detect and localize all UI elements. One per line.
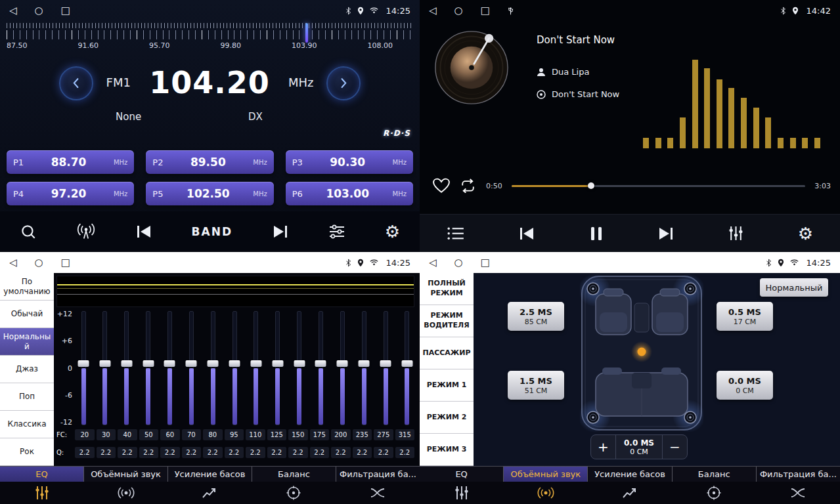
slider-handle[interactable]: [78, 360, 89, 367]
tune-down-button[interactable]: [59, 66, 93, 100]
recents-icon[interactable]: □: [61, 258, 70, 268]
tab-filter[interactable]: Фильтрация ба...: [336, 467, 420, 482]
slider-handle[interactable]: [359, 360, 370, 367]
tab-filter[interactable]: Фильтрация ба...: [757, 467, 840, 482]
prev-track-icon[interactable]: [518, 226, 535, 241]
tuner-scale[interactable]: 87.5091.6095.7099.80103.90108.00: [7, 23, 413, 57]
eq-band-slider[interactable]: [76, 311, 91, 425]
home-icon[interactable]: ○: [454, 258, 463, 268]
slider-handle[interactable]: [99, 360, 110, 367]
surround-mode-item[interactable]: РЕЖИМ 1: [420, 369, 474, 402]
repeat-icon[interactable]: [459, 178, 477, 194]
preset-button-p2[interactable]: P289.50MHz: [146, 150, 273, 174]
tab-eq[interactable]: EQ: [0, 467, 84, 482]
home-icon[interactable]: ○: [35, 258, 43, 268]
eq-preset-item[interactable]: Поп: [0, 383, 54, 411]
prev-station-icon[interactable]: [135, 224, 152, 239]
eq-band-slider[interactable]: [335, 311, 349, 425]
next-station-icon[interactable]: [272, 224, 289, 239]
home-icon[interactable]: ○: [35, 6, 43, 16]
eq-preset-item[interactable]: Обычай: [0, 301, 54, 328]
playlist-icon[interactable]: [447, 226, 465, 241]
slider-handle[interactable]: [164, 360, 175, 367]
slider-handle[interactable]: [315, 360, 326, 367]
settings-gear-icon[interactable]: ⚙: [798, 225, 813, 242]
delay-decrease-button[interactable]: −: [662, 435, 687, 459]
tab-balance[interactable]: Баланс: [252, 467, 336, 482]
slider-handle[interactable]: [272, 360, 283, 367]
preset-button-p4[interactable]: P497.20MHz: [7, 182, 134, 205]
eq-band-slider[interactable]: [357, 311, 371, 425]
seek-thumb[interactable]: [588, 182, 594, 189]
preset-button-p6[interactable]: P6103.00MHz: [286, 182, 413, 205]
favorite-icon[interactable]: [433, 178, 450, 194]
surround-mode-item[interactable]: РЕЖИМ 3: [420, 434, 474, 466]
scan-icon[interactable]: [20, 223, 37, 240]
back-icon[interactable]: ◁: [9, 258, 17, 268]
tab-bass-boost[interactable]: Усиление басов: [588, 467, 672, 482]
home-icon[interactable]: ○: [454, 6, 463, 16]
eq-band-slider[interactable]: [162, 311, 177, 425]
eq-tab-icon[interactable]: [420, 482, 504, 504]
surround-mode-item[interactable]: РЕЖИМ 2: [420, 402, 474, 434]
tune-up-button[interactable]: [326, 66, 361, 100]
surround-mode-item[interactable]: ПАССАЖИР: [420, 337, 474, 369]
eq-band-slider[interactable]: [292, 311, 307, 425]
tab-eq[interactable]: EQ: [420, 467, 504, 482]
surround-tab-icon[interactable]: [84, 482, 168, 504]
crossover-filter-tab-icon[interactable]: [756, 482, 840, 504]
crossover-filter-tab-icon[interactable]: [336, 482, 420, 504]
surround-tab-icon[interactable]: [504, 482, 588, 504]
eq-preset-item[interactable]: Джаз: [0, 356, 54, 383]
seek-bar[interactable]: [512, 185, 806, 187]
back-icon[interactable]: ◁: [9, 6, 17, 16]
delay-increase-button[interactable]: +: [591, 435, 616, 459]
slider-handle[interactable]: [121, 360, 132, 367]
eq-preset-item[interactable]: Нормальный: [0, 328, 54, 356]
eq-band-slider[interactable]: [400, 311, 414, 425]
next-track-icon[interactable]: [657, 226, 674, 241]
bass-boost-tab-icon[interactable]: [588, 482, 672, 504]
eq-tab-icon[interactable]: [0, 482, 84, 504]
tab-bass-boost[interactable]: Усиление басов: [168, 467, 252, 482]
slider-handle[interactable]: [380, 360, 391, 367]
surround-preset-button[interactable]: Нормальный: [760, 278, 828, 297]
slider-handle[interactable]: [294, 360, 305, 367]
eq-preset-item[interactable]: По умолчанию: [0, 273, 54, 301]
surround-mode-item[interactable]: ПОЛНЫЙ РЕЖИМ: [420, 273, 474, 305]
audio-settings-icon[interactable]: [328, 224, 345, 239]
eq-band-slider[interactable]: [378, 311, 393, 425]
eq-band-slider[interactable]: [141, 311, 156, 425]
delay-rear-left-button[interactable]: 1.5 MS 51 CM: [508, 371, 564, 400]
eq-band-slider[interactable]: [249, 311, 263, 425]
eq-band-slider[interactable]: [313, 311, 328, 425]
surround-mode-item[interactable]: РЕЖИМ ВОДИТЕЛЯ: [420, 305, 474, 337]
slider-handle[interactable]: [229, 360, 240, 367]
tab-balance[interactable]: Баланс: [673, 467, 757, 482]
slider-handle[interactable]: [401, 360, 412, 367]
slider-handle[interactable]: [143, 360, 154, 367]
equalizer-icon[interactable]: [728, 225, 744, 242]
delay-front-right-button[interactable]: 0.5 MS 17 CM: [717, 302, 773, 331]
tab-surround-sound[interactable]: Объёмный звук: [84, 467, 168, 482]
back-icon[interactable]: ◁: [429, 258, 437, 268]
eq-band-slider[interactable]: [120, 311, 134, 425]
balance-tab-icon[interactable]: [672, 482, 756, 504]
slider-handle[interactable]: [337, 360, 348, 367]
recents-icon[interactable]: □: [61, 6, 70, 16]
balance-tab-icon[interactable]: [252, 482, 336, 504]
preset-button-p5[interactable]: P5102.50MHz: [146, 182, 273, 205]
slider-handle[interactable]: [250, 360, 261, 367]
eq-preset-item[interactable]: Классика: [0, 411, 54, 438]
pause-icon[interactable]: [589, 226, 604, 242]
preset-button-p1[interactable]: P188.70MHz: [7, 150, 134, 174]
eq-band-slider[interactable]: [271, 311, 285, 425]
delay-rear-right-button[interactable]: 0.0 MS 0 CM: [717, 371, 773, 400]
broadcast-icon[interactable]: [76, 223, 96, 240]
recents-icon[interactable]: □: [481, 258, 490, 268]
slider-handle[interactable]: [186, 360, 197, 367]
tab-surround-sound[interactable]: Объёмный звук: [504, 467, 588, 482]
slider-handle[interactable]: [208, 360, 219, 367]
band-button[interactable]: BAND: [192, 225, 232, 238]
recents-icon[interactable]: □: [481, 6, 490, 16]
